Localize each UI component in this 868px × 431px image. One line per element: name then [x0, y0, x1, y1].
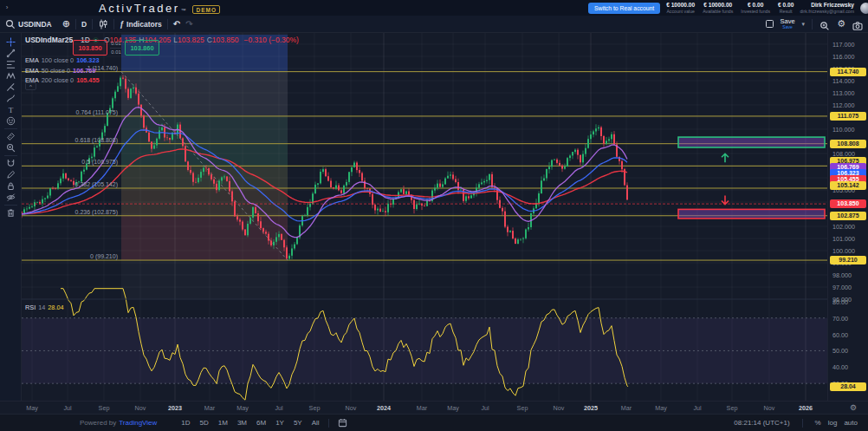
range-button-1M[interactable]: 1M	[218, 419, 228, 427]
clock[interactable]: 08:21:14 (UTC+1)	[730, 419, 793, 427]
delete-tool[interactable]	[3, 207, 19, 219]
demo-badge: DEMO	[192, 5, 220, 14]
quick-search-icon[interactable]	[819, 19, 830, 29]
rsi-axis-label: 80.00	[832, 298, 848, 306]
rsi-axis-label: 50.00	[832, 347, 848, 355]
price-axis[interactable]: 117.000116.000115.000114.000113.000112.0…	[827, 33, 868, 401]
indicator-legend: EMA100 close 0106.323EMA50 close 0106.76…	[25, 56, 100, 84]
search-icon	[5, 19, 16, 29]
trademark: ™	[180, 8, 185, 13]
trend-line-tool[interactable]	[3, 48, 19, 59]
time-tick-Nov: Nov	[764, 404, 775, 412]
text-tool[interactable]: T	[3, 104, 19, 115]
chart-style-button[interactable]	[93, 16, 113, 32]
magnet-tool[interactable]	[3, 158, 19, 169]
tool-group-divider	[4, 128, 17, 129]
fib-retracement-tool[interactable]	[3, 59, 19, 70]
time-tick-Jul: Jul	[63, 404, 71, 412]
chart-canvas[interactable]: 1 (114.740)0.764 (111.075)0.618 (108.808…	[22, 33, 827, 401]
range-button-6M[interactable]: 6M	[256, 419, 266, 427]
range-button-3M[interactable]: 3M	[237, 419, 247, 427]
candlestick-icon	[98, 19, 108, 29]
rsi-axis-label: 70.00	[832, 315, 848, 323]
time-tick-2026: 2026	[799, 404, 813, 412]
rsi-value: 28.04	[48, 304, 63, 311]
time-tick-May: May	[447, 404, 459, 412]
switch-to-real-button[interactable]: Switch to Real account	[588, 3, 660, 14]
range-button-1Y[interactable]: 1Y	[275, 419, 284, 427]
bottom-bar: Powered by TradingView 1D5D1M3M6M1Y5YAll…	[0, 414, 868, 431]
symbol-search[interactable]: USDINDA	[0, 16, 57, 32]
save-button[interactable]: Save Save	[781, 18, 795, 30]
settings-gear-icon[interactable]: ⚙	[837, 19, 845, 29]
emoji-tool[interactable]	[3, 115, 19, 127]
legend-symbol: USDIndMar25	[25, 36, 73, 44]
toolbar-divider	[812, 19, 813, 29]
interval-button[interactable]: D	[76, 16, 92, 32]
sidebar-expand-icon[interactable]: ›	[2, 3, 12, 13]
hide-tool[interactable]	[3, 192, 19, 203]
collapse-legend-button[interactable]: ^	[25, 82, 36, 90]
price-tag-99.210: 99.210	[830, 256, 866, 264]
forecast-tool[interactable]	[3, 82, 19, 93]
compare-button[interactable]: ⊕	[57, 16, 75, 32]
range-button-5D[interactable]: 5D	[200, 419, 209, 427]
layout-icon[interactable]	[766, 20, 774, 28]
percent-scale-button[interactable]: %	[812, 419, 825, 427]
time-tick-Nov: Nov	[135, 404, 146, 412]
fx-icon: ƒ	[120, 20, 124, 29]
range-button-All[interactable]: All	[312, 419, 320, 427]
brush-tool[interactable]	[3, 93, 19, 104]
time-axis[interactable]: ⚙ MayJulSepNov2023MarMayJulSepNov2024Mar…	[0, 401, 868, 414]
range-button-1D[interactable]: 1D	[181, 419, 190, 427]
symbol-legend: USDIndMar25 · 1D O104.135H104.205L103.82…	[25, 36, 299, 44]
price-axis-label: 100.000	[832, 247, 855, 255]
buy-button[interactable]: 103.860	[125, 40, 159, 56]
rsi-axis-label: 60.00	[832, 331, 848, 339]
legend-change: −0.310 (−0.30%)	[244, 36, 299, 44]
symbol-search-text: USDINDA	[18, 20, 52, 29]
sell-button[interactable]: 103.850	[73, 40, 107, 56]
ema-legend-row[interactable]: EMA50 close 0106.769	[25, 67, 100, 75]
camera-icon[interactable]	[852, 19, 863, 29]
time-tick-2023: 2023	[168, 404, 182, 412]
indicators-button[interactable]: ƒ Indicators	[114, 16, 167, 32]
avatar[interactable]	[860, 3, 868, 14]
zoom-in-tool[interactable]	[3, 142, 19, 153]
account-stat: € 10000.00Available funds	[703, 2, 733, 14]
chart-area: 1 (114.740)0.764 (111.075)0.618 (108.808…	[22, 33, 827, 401]
svg-text:T: T	[8, 106, 13, 114]
undo-button[interactable]: ↶	[168, 16, 185, 32]
time-tick-2024: 2024	[377, 404, 391, 412]
time-tick-May: May	[26, 404, 38, 412]
edit-tool[interactable]	[3, 169, 19, 180]
measure-tool[interactable]	[3, 131, 19, 142]
crosshair-tool-active[interactable]	[3, 36, 19, 48]
price-axis-label: 116.000	[832, 53, 854, 61]
tradingview-link[interactable]: TradingView	[119, 419, 157, 427]
time-tick-Sep: Sep	[309, 404, 321, 412]
price-tag-105.142: 105.142	[830, 181, 866, 190]
price-axis-label: 114.000	[832, 77, 854, 85]
calendar-icon[interactable]	[338, 418, 347, 428]
log-scale-button[interactable]: log	[825, 419, 841, 427]
logo-text: ActivTrader	[99, 2, 179, 15]
price-axis-label: 102.000	[832, 223, 855, 231]
redo-button[interactable]: ↷	[185, 16, 198, 32]
time-tick-2025: 2025	[584, 404, 598, 412]
range-button-5Y[interactable]: 5Y	[294, 419, 302, 427]
toolbar-right: Save Save ▾ ⚙	[766, 18, 868, 30]
auto-scale-button[interactable]: auto	[840, 419, 861, 427]
spread: 0.01 0.01	[107, 40, 125, 56]
account-stat: € 10000.00Account value	[666, 2, 695, 14]
price-tag-108.808: 108.808	[830, 140, 866, 148]
xabcd-pattern-tool[interactable]	[3, 70, 19, 82]
time-tick-Jul: Jul	[693, 404, 701, 412]
chevron-down-icon[interactable]: ▾	[802, 21, 806, 28]
axis-settings-gear-icon[interactable]: ⚙	[850, 403, 857, 412]
lock-tool[interactable]	[3, 180, 19, 192]
tool-group-divider	[4, 205, 17, 206]
header-right: Switch to Real account € 10000.00Account…	[588, 2, 868, 14]
ema-legend-row[interactable]: EMA100 close 0106.323	[25, 56, 100, 64]
user-info[interactable]: Dirk Friczewsky dirk.friczewsky@gmail.co…	[800, 2, 854, 14]
